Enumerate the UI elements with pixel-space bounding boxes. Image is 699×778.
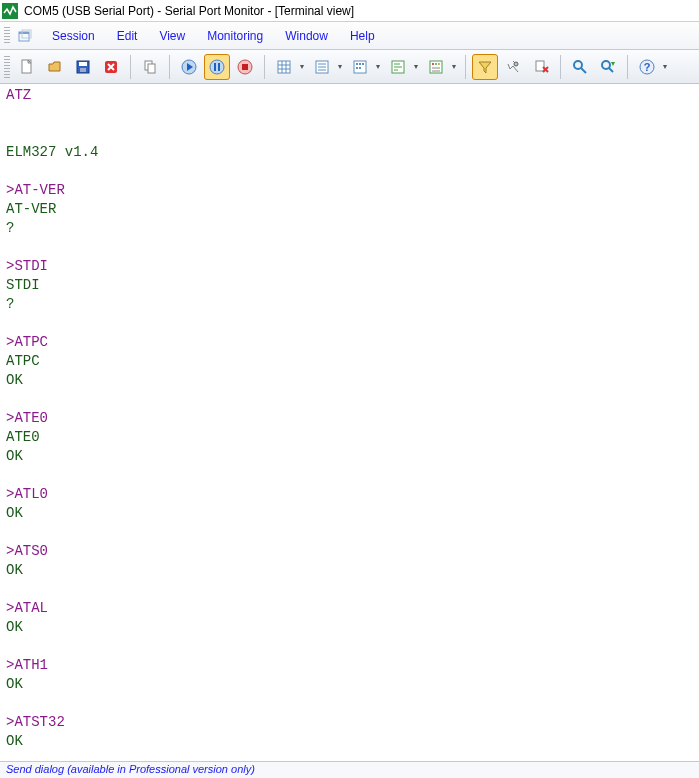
toolbar-separator [264,55,265,79]
terminal-line: OK [6,504,693,523]
terminal-line: ? [6,295,693,314]
menubar-grip[interactable] [4,27,10,45]
svg-point-46 [602,61,610,69]
terminal-line [6,162,693,181]
terminal-line: OK [6,447,693,466]
terminal-line [6,637,693,656]
statusbar: Send dialog (available in Professional v… [0,761,699,778]
svg-rect-14 [218,63,220,71]
svg-rect-6 [79,62,87,66]
clear-button[interactable] [528,54,554,80]
menubar: Session Edit View Monitoring Window Help [0,22,699,50]
svg-rect-17 [278,61,290,73]
find-next-button[interactable] [595,54,621,80]
svg-rect-27 [356,63,358,65]
dropdown-arrow-icon[interactable]: ▾ [297,54,307,80]
terminal-line [6,124,693,143]
dropdown-arrow-icon[interactable]: ▾ [449,54,459,80]
toolbar-separator [169,55,170,79]
terminal-line: >ATS0 [6,542,693,561]
svg-line-45 [581,68,586,73]
terminal-view-button[interactable] [385,54,411,80]
terminal-line: OK [6,732,693,751]
svg-rect-10 [148,64,155,73]
line-view-button[interactable] [309,54,335,80]
svg-rect-43 [536,61,544,71]
svg-point-37 [432,63,434,65]
svg-text:?: ? [644,61,651,73]
terminal-line [6,580,693,599]
terminal-line: >ATST32 [6,713,693,732]
find-button[interactable] [567,54,593,80]
svg-rect-2 [19,32,29,34]
terminal-line [6,238,693,257]
toolbar-separator [130,55,131,79]
terminal-line: ATZ [6,86,693,105]
pause-button[interactable] [204,54,230,80]
toolbar-grip[interactable] [4,56,10,78]
app-icon [2,3,18,19]
dropdown-arrow-icon[interactable]: ▾ [660,54,670,80]
terminal-line: OK [6,618,693,637]
svg-rect-31 [359,67,361,69]
close-session-button[interactable] [98,54,124,80]
terminal-line [6,523,693,542]
filter-button[interactable] [472,54,498,80]
menu-window[interactable]: Window [275,25,338,47]
svg-point-39 [438,63,440,65]
menu-session[interactable]: Session [42,25,105,47]
terminal-line: >ATL0 [6,485,693,504]
svg-point-12 [210,60,224,74]
play-button[interactable] [176,54,202,80]
terminal-line: >ATPC [6,333,693,352]
titlebar: COM5 (USB Serial Port) - Serial Port Mon… [0,0,699,22]
terminal-line: OK [6,675,693,694]
terminal-line [6,390,693,409]
toolbar-separator [560,55,561,79]
table-view-button[interactable] [271,54,297,80]
terminal-line: STDI [6,276,693,295]
svg-point-42 [514,62,518,66]
dropdown-arrow-icon[interactable]: ▾ [411,54,421,80]
terminal-line: OK [6,561,693,580]
svg-rect-16 [242,64,248,70]
save-session-button[interactable] [70,54,96,80]
terminal-line: OK [6,371,693,390]
svg-line-47 [609,68,613,72]
dump-view-button[interactable] [347,54,373,80]
menu-edit[interactable]: Edit [107,25,148,47]
restore-window-icon[interactable] [16,27,34,45]
terminal-line: >ATAL [6,599,693,618]
terminal-line: >ATE0 [6,409,693,428]
new-session-button[interactable] [14,54,40,80]
svg-rect-28 [359,63,361,65]
settings-button[interactable] [500,54,526,80]
dropdown-arrow-icon[interactable]: ▾ [335,54,345,80]
help-button[interactable]: ? [634,54,660,80]
menu-help[interactable]: Help [340,25,385,47]
svg-point-44 [574,61,582,69]
terminal-view[interactable]: ATZ ELM327 v1.4 >AT-VERAT-VER? >STDISTDI… [0,84,699,761]
terminal-line: ATE0 [6,428,693,447]
svg-point-38 [435,63,437,65]
terminal-line: ? [6,219,693,238]
menu-monitoring[interactable]: Monitoring [197,25,273,47]
terminal-line [6,694,693,713]
open-session-button[interactable] [42,54,68,80]
terminal-line: ATPC [6,352,693,371]
modem-view-button[interactable] [423,54,449,80]
terminal-line: >AT-VER [6,181,693,200]
stop-button[interactable] [232,54,258,80]
copy-button[interactable] [137,54,163,80]
terminal-line: AT-VER [6,200,693,219]
menu-view[interactable]: View [149,25,195,47]
terminal-line: >ATH1 [6,656,693,675]
terminal-line [6,466,693,485]
dropdown-arrow-icon[interactable]: ▾ [373,54,383,80]
terminal-line [6,314,693,333]
window-title: COM5 (USB Serial Port) - Serial Port Mon… [24,4,354,18]
terminal-line: >STDI [6,257,693,276]
svg-rect-13 [214,63,216,71]
svg-rect-29 [362,63,364,65]
svg-rect-7 [80,68,86,72]
